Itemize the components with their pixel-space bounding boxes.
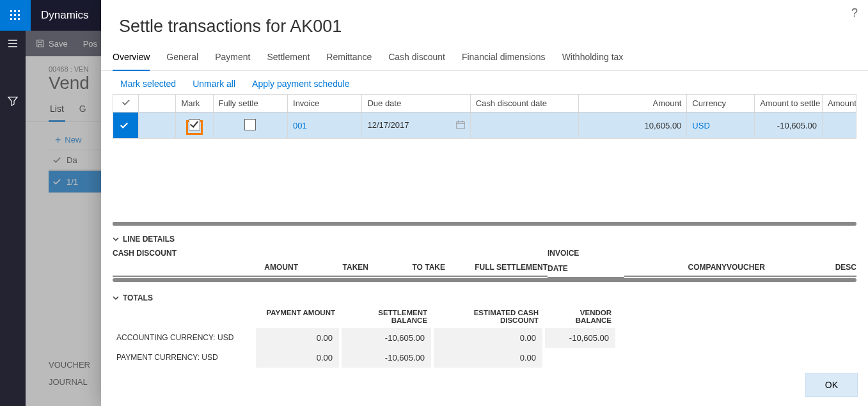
svg-rect-8 bbox=[18, 18, 20, 20]
th-settlement-balance: SETTLEMENT BALANCE bbox=[342, 309, 431, 328]
amount-to-settle-cell[interactable]: -10,605.00 bbox=[755, 113, 823, 139]
col-ld-fullsettlement: FULL SETTLEMENT bbox=[445, 259, 548, 277]
line-details-title: LINE DETAILS bbox=[123, 235, 175, 244]
cash-discount-date-cell[interactable] bbox=[470, 113, 578, 139]
invoice-link[interactable]: 001 bbox=[293, 121, 307, 130]
filter-button[interactable] bbox=[0, 88, 26, 114]
tab-cash-discount[interactable]: Cash discount bbox=[388, 45, 445, 70]
val-acct-payment: 0.00 bbox=[256, 328, 339, 348]
col-cash-discount-date[interactable]: Cash discount date bbox=[470, 95, 578, 113]
apply-schedule-link[interactable]: Apply payment schedule bbox=[252, 79, 350, 89]
row-blank bbox=[139, 113, 176, 139]
th-payment-amount: PAYMENT AMOUNT bbox=[256, 309, 339, 328]
col-ld-amount: AMOUNT bbox=[241, 259, 298, 277]
tab-remittance[interactable]: Remittance bbox=[326, 45, 372, 70]
col-due-date[interactable]: Due date bbox=[362, 95, 470, 113]
unmark-all-link[interactable]: Unmark all bbox=[193, 79, 235, 89]
svg-rect-1 bbox=[14, 10, 16, 12]
mark-highlight bbox=[186, 120, 203, 135]
tab-settlement[interactable]: Settlement bbox=[267, 45, 310, 70]
tab-general[interactable]: General bbox=[166, 45, 198, 70]
row-payment-currency: PAYMENT CURRENCY: USD bbox=[113, 348, 253, 368]
mark-checkbox[interactable] bbox=[189, 119, 200, 130]
currency-link[interactable]: USD bbox=[692, 121, 709, 130]
collapse-icon bbox=[113, 236, 119, 242]
svg-rect-0 bbox=[10, 10, 12, 12]
val-pay-settlement: -10,605.00 bbox=[342, 348, 431, 368]
line-details-header[interactable]: LINE DETAILS bbox=[101, 227, 868, 246]
col-invoice[interactable]: Invoice bbox=[288, 95, 362, 113]
collapse-icon bbox=[113, 295, 119, 301]
svg-rect-6 bbox=[10, 18, 12, 20]
left-rail bbox=[0, 31, 26, 406]
settle-transactions-dialog: ? Settle transactions for AK001 Overview… bbox=[101, 0, 868, 406]
line-details-scrollbar[interactable] bbox=[113, 278, 856, 282]
svg-rect-5 bbox=[18, 14, 20, 16]
transactions-grid: Mark Fully settle Invoice Due date Cash … bbox=[113, 94, 856, 139]
svg-rect-4 bbox=[14, 14, 16, 16]
th-vendor-balance: VENDOR BALANCE bbox=[545, 309, 615, 328]
brand-name: Dynamics bbox=[31, 9, 99, 22]
hamburger-button[interactable] bbox=[0, 31, 26, 56]
th-est-discount: ESTIMATED CASH DISCOUNT bbox=[434, 309, 542, 328]
totals-header[interactable]: TOTALS bbox=[101, 286, 868, 305]
svg-rect-2 bbox=[18, 10, 20, 12]
col-ld-taken: TAKEN bbox=[298, 259, 368, 277]
due-date-cell[interactable]: 12/17/2017 bbox=[362, 113, 470, 139]
table-row[interactable]: 001 12/17/2017 10,605.00 USD -10,605.00 bbox=[113, 113, 856, 139]
col-ld-totake: TO TAKE bbox=[368, 259, 445, 277]
filter-icon bbox=[8, 96, 18, 106]
svg-rect-12 bbox=[457, 121, 464, 129]
col-mark[interactable]: Mark bbox=[176, 95, 213, 113]
val-pay-payment: 0.00 bbox=[256, 348, 339, 368]
val-acct-discount: 0.00 bbox=[434, 328, 542, 348]
amount-cell: 10,605.00 bbox=[579, 113, 687, 139]
col-ld-voucher: VOUCHER bbox=[727, 259, 797, 277]
totals-grid: PAYMENT AMOUNT SETTLEMENT BALANCE ESTIMA… bbox=[101, 305, 868, 368]
col-fully-settle[interactable]: Fully settle bbox=[213, 95, 287, 113]
tab-payment[interactable]: Payment bbox=[215, 45, 250, 70]
totals-title: TOTALS bbox=[123, 293, 153, 302]
due-date-value: 12/17/2017 bbox=[367, 120, 409, 130]
tab-financial-dimensions[interactable]: Financial dimensions bbox=[462, 45, 546, 70]
row-accounting-currency: ACCOUNTING CURRENCY: USD bbox=[113, 328, 253, 348]
check-icon bbox=[120, 121, 129, 130]
svg-rect-3 bbox=[10, 14, 12, 16]
mark-selected-link[interactable]: Mark selected bbox=[120, 79, 176, 89]
col-ld-desc: DESC bbox=[797, 259, 856, 277]
amount2-cell bbox=[823, 113, 856, 139]
tab-withholding-tax[interactable]: Withholding tax bbox=[562, 45, 624, 70]
col-amount2[interactable]: Amount bbox=[823, 95, 856, 113]
val-acct-vendor: -10,605.00 bbox=[545, 328, 615, 348]
col-amount[interactable]: Amount bbox=[579, 95, 687, 113]
grid-scrollbar[interactable] bbox=[113, 222, 856, 226]
overview-actions: Mark selected Unmark all Apply payment s… bbox=[101, 71, 868, 94]
check-icon bbox=[122, 98, 130, 107]
row-selector[interactable] bbox=[113, 113, 139, 139]
waffle-icon bbox=[10, 10, 20, 20]
tab-overview[interactable]: Overview bbox=[113, 45, 150, 71]
help-button[interactable]: ? bbox=[851, 6, 858, 20]
col-ld-invoicedate: DATE bbox=[548, 260, 624, 278]
dialog-tabs: Overview General Payment Settlement Remi… bbox=[101, 45, 868, 71]
fully-settle-checkbox[interactable] bbox=[244, 119, 256, 130]
calendar-icon[interactable] bbox=[456, 120, 465, 131]
col-ld-company: COMPANY bbox=[624, 259, 727, 277]
ok-button[interactable]: OK bbox=[805, 373, 858, 397]
dialog-title: Settle transactions for AK001 bbox=[101, 0, 868, 45]
app-launcher[interactable] bbox=[0, 0, 31, 31]
val-acct-settlement: -10,605.00 bbox=[342, 328, 431, 348]
col-select-all[interactable] bbox=[113, 95, 139, 113]
col-blank bbox=[139, 95, 176, 113]
hamburger-icon bbox=[8, 38, 18, 49]
cash-discount-label: CASH DISCOUNT bbox=[113, 246, 241, 260]
val-pay-discount: 0.00 bbox=[434, 348, 542, 368]
col-currency[interactable]: Currency bbox=[687, 95, 755, 113]
val-pay-vendor bbox=[545, 348, 615, 368]
col-amount-to-settle[interactable]: Amount to settle bbox=[755, 95, 823, 113]
svg-rect-7 bbox=[14, 18, 16, 20]
